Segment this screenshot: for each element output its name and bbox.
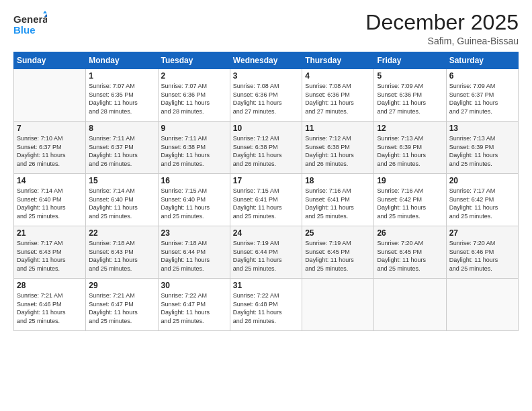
day-number: 24 <box>233 228 299 238</box>
day-info: Sunrise: 7:12 AM Sunset: 6:38 PM Dayligh… <box>305 134 371 168</box>
calendar-day-cell: 26Sunrise: 7:20 AM Sunset: 6:45 PM Dayli… <box>374 226 446 279</box>
location: Safim, Guinea-Bissau <box>365 36 519 46</box>
logo-svg: General Blue <box>13 11 47 38</box>
calendar-week-row: 7Sunrise: 7:10 AM Sunset: 6:37 PM Daylig… <box>14 122 519 174</box>
day-number: 1 <box>89 71 154 81</box>
day-info: Sunrise: 7:18 AM Sunset: 6:43 PM Dayligh… <box>89 239 154 273</box>
day-number: 28 <box>17 281 83 290</box>
day-info: Sunrise: 7:20 AM Sunset: 6:45 PM Dayligh… <box>377 239 443 273</box>
day-info: Sunrise: 7:10 AM Sunset: 6:37 PM Dayligh… <box>17 134 83 168</box>
day-number: 13 <box>449 124 515 133</box>
day-info: Sunrise: 7:21 AM Sunset: 6:47 PM Dayligh… <box>89 291 154 325</box>
day-info: Sunrise: 7:13 AM Sunset: 6:39 PM Dayligh… <box>377 134 443 168</box>
calendar-day-cell: 14Sunrise: 7:14 AM Sunset: 6:40 PM Dayli… <box>14 174 86 226</box>
calendar-day-cell: 21Sunrise: 7:17 AM Sunset: 6:43 PM Dayli… <box>14 226 86 279</box>
day-info: Sunrise: 7:16 AM Sunset: 6:41 PM Dayligh… <box>305 187 371 220</box>
day-info: Sunrise: 7:13 AM Sunset: 6:39 PM Dayligh… <box>449 134 515 168</box>
svg-text:Blue: Blue <box>13 24 36 36</box>
day-number: 18 <box>305 176 371 185</box>
day-info: Sunrise: 7:12 AM Sunset: 6:38 PM Dayligh… <box>233 134 299 168</box>
day-info: Sunrise: 7:16 AM Sunset: 6:42 PM Dayligh… <box>377 187 443 220</box>
calendar-day-cell <box>374 279 446 331</box>
day-number: 29 <box>89 281 154 290</box>
day-number: 10 <box>233 124 299 133</box>
day-info: Sunrise: 7:11 AM Sunset: 6:37 PM Dayligh… <box>89 134 154 168</box>
calendar-header-cell: Wednesday <box>230 52 302 69</box>
calendar-day-cell: 31Sunrise: 7:22 AM Sunset: 6:48 PM Dayli… <box>230 279 302 331</box>
day-number: 6 <box>449 71 515 81</box>
calendar-table: SundayMondayTuesdayWednesdayThursdayFrid… <box>13 52 519 331</box>
day-number: 20 <box>449 176 515 185</box>
calendar-day-cell: 17Sunrise: 7:15 AM Sunset: 6:41 PM Dayli… <box>230 174 302 226</box>
calendar-header-cell: Monday <box>86 52 158 69</box>
day-number: 8 <box>89 124 154 133</box>
day-info: Sunrise: 7:07 AM Sunset: 6:35 PM Dayligh… <box>89 82 154 116</box>
day-info: Sunrise: 7:09 AM Sunset: 6:37 PM Dayligh… <box>449 82 515 116</box>
day-number: 14 <box>17 176 83 185</box>
calendar-day-cell: 25Sunrise: 7:19 AM Sunset: 6:45 PM Dayli… <box>302 226 374 279</box>
calendar-day-cell: 8Sunrise: 7:11 AM Sunset: 6:37 PM Daylig… <box>86 122 158 174</box>
calendar-day-cell: 15Sunrise: 7:14 AM Sunset: 6:40 PM Dayli… <box>86 174 158 226</box>
calendar-day-cell: 6Sunrise: 7:09 AM Sunset: 6:37 PM Daylig… <box>446 69 518 122</box>
day-info: Sunrise: 7:21 AM Sunset: 6:46 PM Dayligh… <box>17 291 83 325</box>
calendar-day-cell: 5Sunrise: 7:09 AM Sunset: 6:36 PM Daylig… <box>374 69 446 122</box>
day-info: Sunrise: 7:09 AM Sunset: 6:36 PM Dayligh… <box>377 82 443 116</box>
calendar-day-cell: 16Sunrise: 7:15 AM Sunset: 6:40 PM Dayli… <box>158 174 230 226</box>
day-info: Sunrise: 7:22 AM Sunset: 6:48 PM Dayligh… <box>233 291 299 325</box>
day-info: Sunrise: 7:08 AM Sunset: 6:36 PM Dayligh… <box>305 82 371 116</box>
calendar-body: 1Sunrise: 7:07 AM Sunset: 6:35 PM Daylig… <box>14 69 519 331</box>
day-info: Sunrise: 7:15 AM Sunset: 6:40 PM Dayligh… <box>161 187 227 220</box>
day-number: 16 <box>161 176 227 185</box>
calendar-day-cell: 23Sunrise: 7:18 AM Sunset: 6:44 PM Dayli… <box>158 226 230 279</box>
day-number: 22 <box>89 228 154 238</box>
calendar-header-cell: Thursday <box>302 52 374 69</box>
day-info: Sunrise: 7:15 AM Sunset: 6:41 PM Dayligh… <box>233 187 299 220</box>
day-info: Sunrise: 7:17 AM Sunset: 6:43 PM Dayligh… <box>17 239 83 273</box>
header: General Blue December 2025 Safim, Guinea… <box>13 11 519 46</box>
day-number: 4 <box>305 71 371 81</box>
calendar-day-cell <box>14 69 86 122</box>
calendar-day-cell: 1Sunrise: 7:07 AM Sunset: 6:35 PM Daylig… <box>86 69 158 122</box>
day-number: 31 <box>233 281 299 290</box>
calendar-day-cell: 10Sunrise: 7:12 AM Sunset: 6:38 PM Dayli… <box>230 122 302 174</box>
calendar-day-cell <box>302 279 374 331</box>
calendar-header-cell: Sunday <box>14 52 86 69</box>
day-info: Sunrise: 7:18 AM Sunset: 6:44 PM Dayligh… <box>161 239 227 273</box>
calendar-day-cell: 22Sunrise: 7:18 AM Sunset: 6:43 PM Dayli… <box>86 226 158 279</box>
day-number: 2 <box>161 71 227 81</box>
day-number: 27 <box>449 228 515 238</box>
day-number: 26 <box>377 228 443 238</box>
calendar-day-cell: 11Sunrise: 7:12 AM Sunset: 6:38 PM Dayli… <box>302 122 374 174</box>
day-number: 30 <box>161 281 227 290</box>
calendar-day-cell: 24Sunrise: 7:19 AM Sunset: 6:44 PM Dayli… <box>230 226 302 279</box>
calendar-week-row: 1Sunrise: 7:07 AM Sunset: 6:35 PM Daylig… <box>14 69 519 122</box>
calendar-day-cell: 12Sunrise: 7:13 AM Sunset: 6:39 PM Dayli… <box>374 122 446 174</box>
day-info: Sunrise: 7:22 AM Sunset: 6:47 PM Dayligh… <box>161 291 227 325</box>
calendar-header-cell: Saturday <box>446 52 518 69</box>
calendar-week-row: 21Sunrise: 7:17 AM Sunset: 6:43 PM Dayli… <box>14 226 519 279</box>
day-number: 21 <box>17 228 83 238</box>
calendar-week-row: 14Sunrise: 7:14 AM Sunset: 6:40 PM Dayli… <box>14 174 519 226</box>
day-info: Sunrise: 7:07 AM Sunset: 6:36 PM Dayligh… <box>161 82 227 116</box>
day-info: Sunrise: 7:11 AM Sunset: 6:38 PM Dayligh… <box>161 134 227 168</box>
calendar-header-cell: Tuesday <box>158 52 230 69</box>
logo: General Blue <box>13 11 47 38</box>
calendar-day-cell <box>446 279 518 331</box>
calendar-day-cell: 9Sunrise: 7:11 AM Sunset: 6:38 PM Daylig… <box>158 122 230 174</box>
calendar-day-cell: 2Sunrise: 7:07 AM Sunset: 6:36 PM Daylig… <box>158 69 230 122</box>
calendar-day-cell: 3Sunrise: 7:08 AM Sunset: 6:36 PM Daylig… <box>230 69 302 122</box>
day-info: Sunrise: 7:08 AM Sunset: 6:36 PM Dayligh… <box>233 82 299 116</box>
calendar-day-cell: 30Sunrise: 7:22 AM Sunset: 6:47 PM Dayli… <box>158 279 230 331</box>
page: General Blue December 2025 Safim, Guinea… <box>0 0 532 411</box>
day-number: 23 <box>161 228 227 238</box>
day-number: 25 <box>305 228 371 238</box>
calendar-day-cell: 13Sunrise: 7:13 AM Sunset: 6:39 PM Dayli… <box>446 122 518 174</box>
day-info: Sunrise: 7:14 AM Sunset: 6:40 PM Dayligh… <box>17 187 83 220</box>
day-number: 7 <box>17 124 83 133</box>
day-info: Sunrise: 7:19 AM Sunset: 6:45 PM Dayligh… <box>305 239 371 273</box>
calendar-day-cell: 28Sunrise: 7:21 AM Sunset: 6:46 PM Dayli… <box>14 279 86 331</box>
calendar-day-cell: 4Sunrise: 7:08 AM Sunset: 6:36 PM Daylig… <box>302 69 374 122</box>
calendar-day-cell: 7Sunrise: 7:10 AM Sunset: 6:37 PM Daylig… <box>14 122 86 174</box>
day-number: 3 <box>233 71 299 81</box>
day-number: 15 <box>89 176 154 185</box>
